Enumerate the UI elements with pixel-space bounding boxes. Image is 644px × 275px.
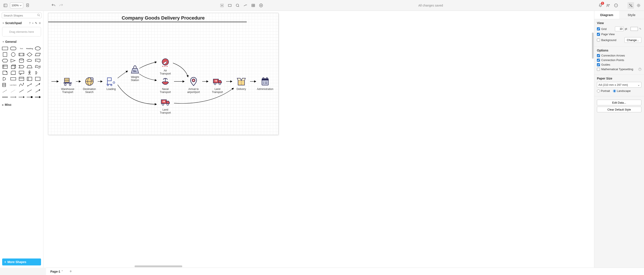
scratchpad-help-icon[interactable]: ? [29,22,30,25]
orientation-landscape[interactable]: Landscape [613,89,631,93]
shape-connector4[interactable] [26,94,33,100]
pencil-icon[interactable]: ✎ [639,27,642,31]
diagram-title[interactable]: Company Goods Delivery Procedure [122,15,205,21]
misc-header[interactable]: ▶ Misc [0,102,43,108]
notifications-icon[interactable]: 1 [597,2,604,9]
shape-heading[interactable]: Heading [26,46,33,51]
node-warehouse[interactable]: Warehouse Transport [58,76,78,94]
tab-style[interactable]: Style [619,11,644,19]
shape-list[interactable] [1,82,9,88]
ellipse-tool-icon[interactable] [234,2,241,9]
shape-connector2[interactable] [10,94,17,100]
shape-internal-storage[interactable] [1,64,9,70]
shape-hexagon[interactable] [1,58,9,63]
zoom-select[interactable]: 100% [10,3,23,8]
tab-diagram[interactable]: Diagram [594,11,619,19]
shape-dashed-line[interactable] [1,88,9,94]
node-air[interactable]: Air Transport [156,58,175,75]
search-shapes[interactable] [2,13,42,18]
shape-data-rect[interactable] [10,76,17,82]
node-land1[interactable]: Land Transport [156,97,175,114]
scratchpad-edit-icon[interactable]: ✎ [35,22,37,25]
grid-size-input[interactable] [615,27,624,31]
shape-trapezoid[interactable] [26,64,33,70]
shape-cylinder[interactable] [18,58,25,63]
scratchpad-dropzone[interactable]: Drag elements here [2,27,41,37]
clear-style-button[interactable]: Clear Default Style [597,107,642,112]
general-header[interactable]: ▼ General [0,39,43,45]
shape-document[interactable] [34,58,42,63]
insert-icon[interactable] [258,2,264,9]
add-page-icon[interactable] [24,2,31,9]
shape-list-item[interactable]: List Item [10,82,17,88]
shape-actor[interactable] [26,70,33,76]
node-arrival[interactable]: Arrival to airport/port [184,76,203,94]
shape-frame[interactable] [34,76,42,82]
node-loading[interactable]: Loading [101,76,121,91]
shape-text[interactable]: Text [18,46,25,51]
shape-callout[interactable] [18,70,25,76]
shape-arrow[interactable] [34,82,42,88]
shape-rect[interactable] [1,46,9,51]
paper-size-select[interactable]: A4 (210 mm x 297 mm) ⌄ [597,82,642,88]
shape-rounded-rect[interactable] [10,46,17,51]
node-land2[interactable]: Land Transport [208,76,227,94]
node-destination[interactable]: Destination Search [80,76,99,94]
shape-cube[interactable] [10,64,17,70]
info-icon[interactable]: ? [638,68,642,71]
shape-container2[interactable] [26,76,33,82]
shape-ellipse[interactable] [34,46,42,51]
shape-curve[interactable] [18,82,25,88]
scratchpad-close-icon[interactable]: ✕ [38,22,41,25]
scratchpad-add-icon[interactable]: + [32,22,34,25]
conn-points-checkbox[interactable] [597,59,600,62]
shape-cloud[interactable] [26,58,33,63]
shape-or[interactable] [1,76,9,82]
shape-dotted-line[interactable] [10,88,17,94]
edit-data-button[interactable]: Edit Data... [597,100,642,105]
add-page-tab-icon[interactable]: + [68,268,74,275]
rectangle-tool-icon[interactable] [226,2,233,9]
page-surface[interactable]: Company Goods Delivery Procedure [48,13,278,135]
shape-circle[interactable] [10,52,17,57]
freehand-tool-icon[interactable] [242,2,249,9]
text-tool-icon[interactable] [219,2,225,9]
conn-arrows-checkbox[interactable] [597,54,600,57]
shape-parallelogram[interactable] [34,52,42,57]
shape-connector5[interactable] [34,94,42,100]
sidebar-toggle-icon[interactable] [2,2,9,9]
theme-icon[interactable] [635,2,642,9]
design-tools-icon[interactable] [628,2,634,9]
shape-tape[interactable] [34,64,42,70]
orientation-portrait[interactable]: Portrait [597,89,610,93]
shape-square[interactable] [1,52,9,57]
scratchpad-header[interactable]: ▼ Scratchpad ? + ✎ ✕ [0,20,43,26]
grid-checkbox[interactable] [597,27,600,31]
background-checkbox[interactable] [597,39,600,42]
shape-card[interactable] [10,70,17,76]
shape-diamond[interactable] [26,52,33,57]
shape-connector1[interactable] [1,94,9,100]
shape-half-circle[interactable] [34,70,42,76]
search-input[interactable] [2,13,42,18]
vertical-scrollbar[interactable] [592,33,594,59]
more-shapes-button[interactable]: + More Shapes [2,258,41,265]
change-background-button[interactable]: Change... [624,37,642,43]
shape-triangle[interactable] [10,58,17,63]
shape-step[interactable] [18,64,25,70]
page-tab-1[interactable]: Page-1 ⌃ [48,268,65,274]
node-delivery[interactable]: Delivery [232,76,251,91]
shape-line-arrow2[interactable] [34,88,42,94]
shape-process[interactable] [18,52,25,57]
pageview-checkbox[interactable] [597,33,600,36]
table-tool-icon[interactable] [250,2,256,9]
shape-note[interactable] [1,70,9,76]
shape-connector3[interactable] [18,94,25,100]
canvas[interactable]: Company Goods Delivery Procedure [44,11,594,267]
math-checkbox[interactable] [597,68,600,71]
shape-container[interactable] [18,76,25,82]
horizontal-scrollbar[interactable] [134,265,182,267]
undo-icon[interactable] [50,2,57,9]
shape-line2[interactable] [26,88,33,94]
node-naval[interactable]: Naval Transport [156,76,175,94]
